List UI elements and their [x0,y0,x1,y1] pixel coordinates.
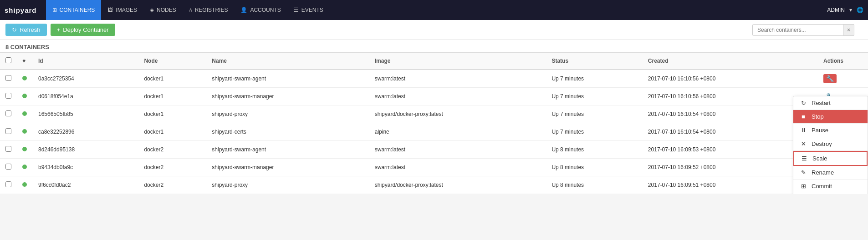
row-node: docker1 [138,123,206,141]
action-item-scale[interactable]: ☰ Scale [793,151,868,166]
row-status: Up 8 minutes [546,159,642,176]
person-icon: 👤 [240,7,247,13]
globe-icon[interactable]: 🌐 [857,7,863,13]
row-node: docker1 [138,70,206,88]
action-item-commit[interactable]: ⊞ Commit [793,180,868,193]
row-checkbox[interactable] [5,181,11,187]
table-body: 0a3cc2725354 docker1 shipyard-swarm-agen… [0,70,868,194]
deploy-container-button[interactable]: + Deploy Container [51,24,115,36]
row-checkbox-cell [0,70,17,88]
select-all-checkbox[interactable] [5,57,11,63]
nav-label-events: EVENTS [301,7,323,13]
row-created: 2017-07-10 16:10:54 +0800 [643,123,818,141]
action-label-pause: Pause [812,127,828,134]
nav-label-nodes: NODES [157,7,176,13]
restart-icon: ↻ [800,100,807,106]
row-status: Up 7 minutes [546,123,642,141]
row-node: docker2 [138,176,206,194]
row-checkbox[interactable] [5,93,11,99]
row-image: shipyard/docker-proxy:latest [369,176,546,194]
nav-item-registries[interactable]: ⑃ REGISTRIES [183,0,235,20]
nav-label-images: IMAGES [116,7,137,13]
dropdown-icon[interactable]: ▾ [849,7,852,13]
nav-item-events[interactable]: ☰ EVENTS [287,0,330,20]
row-id: 9f6cc0fd0ac2 [33,176,138,194]
admin-label[interactable]: ADMIN [827,7,845,13]
action-item-destroy[interactable]: ✕ Destroy [793,137,868,151]
search-input[interactable] [752,24,843,36]
action-item-rename[interactable]: ✎ Rename [793,166,868,180]
topnav: shipyard ⊞ CONTAINERS 🖼 IMAGES ◈ NODES ⑃… [0,0,868,20]
nav-item-nodes[interactable]: ◈ NODES [143,0,183,20]
search-clear-button[interactable]: × [843,24,854,36]
row-health-cell [17,70,33,88]
row-node: docker2 [138,159,206,176]
row-health-cell [17,88,33,105]
nav-item-containers[interactable]: ⊞ CONTAINERS [46,0,102,20]
row-created: 2017-07-10 16:09:52 +0800 [643,159,818,176]
action-label-restart: Restart [812,100,831,106]
row-id: 0a3cc2725354 [33,70,138,88]
action-item-pause[interactable]: ⏸ Pause [793,124,868,137]
heart-icon: ♥ [22,58,26,64]
row-checkbox-cell [0,105,17,123]
table-row: 8d246dd95138 docker2 shipyard-swarm-agen… [0,141,868,159]
nav-label-containers: CONTAINERS [60,7,95,13]
row-health-cell [17,159,33,176]
row-actions-cell: 🔧 [818,70,868,88]
toolbar: ↻ Refresh + Deploy Container × [0,20,868,40]
scale-icon: ☰ [801,155,808,162]
row-checkbox[interactable] [5,128,11,134]
logo: shipyard [5,6,37,14]
row-name: shipyard-swarm-agent [206,141,369,159]
table-row: ca8e32252896 docker1 shipyard-certs alpi… [0,123,868,141]
row-status: Up 7 minutes [546,70,642,88]
image-icon: 🖼 [107,7,113,13]
row-created: 2017-07-10 16:10:56 +0800 [643,88,818,105]
row-name: shipyard-swarm-manager [206,159,369,176]
nodes-icon: ◈ [150,7,154,13]
nav-label-accounts: ACCOUNTS [250,7,281,13]
header-status: Status [546,53,642,70]
row-image: swarm:latest [369,88,546,105]
header-checkbox [0,53,17,70]
rename-icon: ✎ [800,169,807,176]
row-status: Up 8 minutes [546,141,642,159]
table-header-row: ♥ Id Node Name Image Status Created Acti… [0,53,868,70]
header-name: Name [206,53,369,70]
table-row: b9434db0fa9c docker2 shipyard-swarm-mana… [0,159,868,176]
nav-item-images[interactable]: 🖼 IMAGES [101,0,143,20]
action-item-stop[interactable]: ■ Stop [793,110,868,124]
row-status: Up 7 minutes [546,88,642,105]
row-checkbox[interactable] [5,164,11,170]
page-title-bar: 8 CONTAINERS [0,40,868,53]
table-row: d0618f054e1a docker1 shipyard-swarm-mana… [0,88,868,105]
registry-icon: ⑃ [189,7,192,13]
row-checkbox-cell [0,141,17,159]
row-checkbox[interactable] [5,75,11,81]
row-checkbox[interactable] [5,146,11,152]
nav-item-accounts[interactable]: 👤 ACCOUNTS [234,0,287,20]
status-dot [22,182,27,187]
action-item-stats[interactable]: 📊 Stats [793,193,868,194]
action-label-rename: Rename [812,169,834,176]
action-item-restart[interactable]: ↻ Restart [793,96,868,110]
row-created: 2017-07-10 16:09:53 +0800 [643,141,818,159]
pause-icon: ⏸ [800,127,807,134]
table-row: 16566505fb85 docker1 shipyard-proxy ship… [0,105,868,123]
row-created: 2017-07-10 16:10:56 +0800 [643,70,818,88]
row-node: docker2 [138,141,206,159]
row-name: shipyard-swarm-manager [206,88,369,105]
nav-label-registries: REGISTRIES [195,7,228,13]
table-row: 9f6cc0fd0ac2 docker2 shipyard-proxy ship… [0,176,868,194]
refresh-button[interactable]: ↻ Refresh [5,24,47,36]
row-checkbox-cell [0,159,17,176]
header-id: Id [33,53,138,70]
page-title: 8 CONTAINERS [5,42,863,52]
row-node: docker1 [138,105,206,123]
actions-wrench-button[interactable]: 🔧 [823,74,837,83]
row-checkbox[interactable] [5,110,11,116]
row-status: Up 8 minutes [546,176,642,194]
status-dot [22,111,27,116]
row-checkbox-cell [0,88,17,105]
